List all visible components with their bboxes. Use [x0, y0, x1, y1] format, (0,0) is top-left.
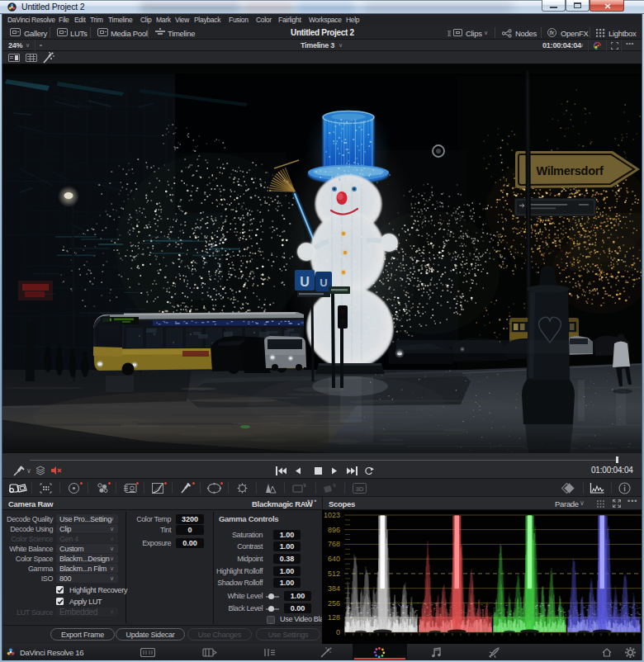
- svg-text:256: 256: [328, 599, 340, 608]
- svg-text:896: 896: [328, 526, 340, 534]
- svg-text:768: 768: [328, 540, 340, 548]
- svg-text:384: 384: [328, 584, 340, 593]
- svg-text:0: 0: [336, 628, 340, 636]
- svg-text:512: 512: [328, 570, 340, 578]
- svg-text:3D: 3D: [355, 485, 363, 493]
- svg-text:128: 128: [328, 613, 340, 622]
- svg-text:640: 640: [328, 555, 340, 563]
- svg-text:1023: 1023: [324, 511, 340, 519]
